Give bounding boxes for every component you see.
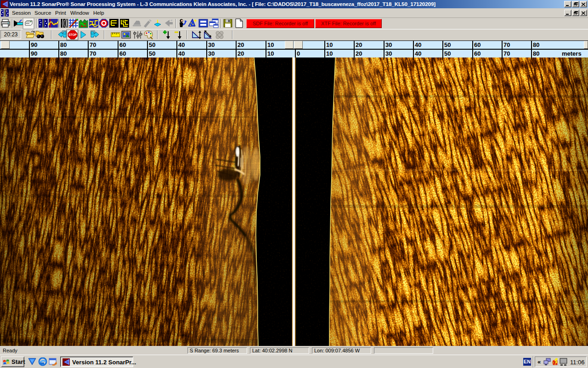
svg-text:STOP: STOP [68, 33, 77, 36]
